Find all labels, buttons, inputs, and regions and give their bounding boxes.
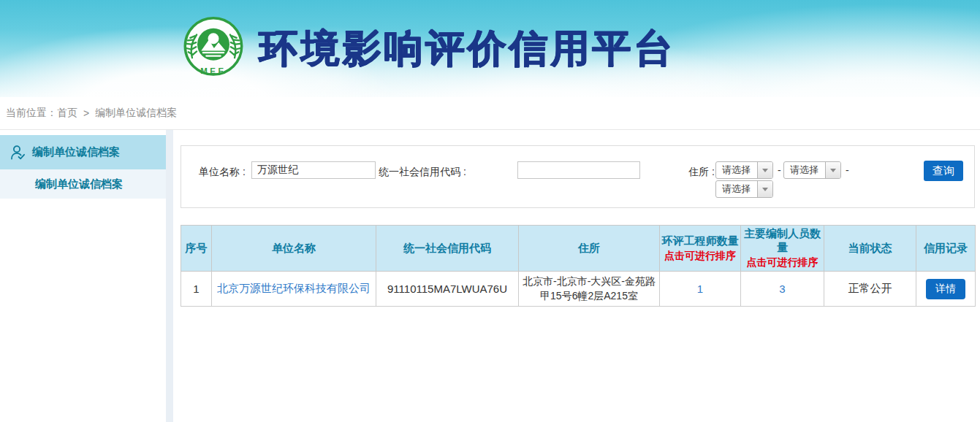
- col-header-address: 住所: [519, 226, 660, 272]
- sidebar: 编制单位诚信档案 编制单位诚信档案: [0, 130, 166, 422]
- company-name-label: 单位名称 :: [199, 166, 246, 179]
- province-select[interactable]: 请选择: [715, 161, 773, 179]
- col-header-staff-count-label: 主要编制人员数量: [742, 227, 822, 255]
- staff-count-link[interactable]: 3: [779, 283, 785, 295]
- cell-address: 北京市-北京市-大兴区-金苑路甲15号6幢2层A215室: [519, 272, 660, 307]
- breadcrumb-current: 编制单位诚信档案: [95, 107, 177, 120]
- result-table: 序号 单位名称 统一社会信用代码 住所 环评工程师数量 点击可进行排序 主要编制…: [181, 225, 976, 307]
- query-button[interactable]: 查询: [924, 161, 963, 181]
- svg-text:MEE: MEE: [200, 66, 226, 75]
- mee-logo-icon: MEE: [181, 15, 246, 81]
- province-select-value: 请选择: [716, 162, 757, 178]
- site-banner: MEE 环境影响评价信用平台: [0, 0, 980, 97]
- search-panel: 单位名称 : 统一社会信用代码 : 住所 : 请选择 - 请选择 - 请选择: [181, 145, 975, 208]
- chevron-down-icon[interactable]: [757, 162, 772, 178]
- company-name-input[interactable]: [251, 161, 376, 179]
- cell-status: 正常公开: [824, 272, 916, 307]
- city-select-value: 请选择: [784, 162, 825, 178]
- address-label: 住所 :: [688, 166, 715, 179]
- content-layout: 编制单位诚信档案 编制单位诚信档案 单位名称 : 统一社会信用代码 : 住所 :…: [0, 130, 980, 422]
- sidebar-item-unit-credit-archive[interactable]: 编制单位诚信档案: [0, 135, 166, 169]
- col-header-credit-code: 统一社会信用代码: [376, 226, 519, 272]
- district-select-value: 请选择: [716, 181, 757, 197]
- engineer-count-link[interactable]: 1: [697, 283, 703, 295]
- sidebar-item-label: 编制单位诚信档案: [32, 145, 120, 159]
- cell-index: 1: [181, 272, 212, 307]
- company-link[interactable]: 北京万源世纪环保科技有限公司: [217, 282, 371, 294]
- chevron-down-icon[interactable]: [825, 162, 840, 178]
- col-header-status: 当前状态: [824, 226, 916, 272]
- page: MEE 环境影响评价信用平台 当前位置： 首页 > 编制单位诚信档案 编制单位诚…: [0, 0, 980, 422]
- chevron-down-icon[interactable]: [757, 181, 772, 197]
- table-header-row: 序号 单位名称 统一社会信用代码 住所 环评工程师数量 点击可进行排序 主要编制…: [181, 226, 976, 272]
- breadcrumb: 当前位置： 首页 > 编制单位诚信档案: [0, 97, 980, 130]
- district-select[interactable]: 请选择: [715, 180, 773, 198]
- site-title: 环境影响评价信用平台: [259, 15, 675, 82]
- col-header-staff-count[interactable]: 主要编制人员数量 点击可进行排序: [741, 226, 824, 272]
- credit-code-input[interactable]: [517, 161, 640, 179]
- breadcrumb-label: 当前位置：: [6, 107, 57, 120]
- credit-code-label: 统一社会信用代码 :: [379, 166, 466, 179]
- sidebar-divider: [166, 130, 173, 422]
- col-header-engineer-count[interactable]: 环评工程师数量 点击可进行排序: [660, 226, 741, 272]
- address-dash-2: -: [846, 164, 849, 176]
- breadcrumb-separator: >: [83, 107, 89, 119]
- user-check-icon: [10, 145, 26, 161]
- staff-count-sort-hint[interactable]: 点击可进行排序: [742, 256, 822, 269]
- cell-credit-code: 91110115MA7LWUA76U: [376, 272, 519, 307]
- sidebar-subitem-unit-credit-archive[interactable]: 编制单位诚信档案: [0, 169, 166, 199]
- col-header-credit-record: 信用记录: [916, 226, 976, 272]
- col-header-company: 单位名称: [212, 226, 376, 272]
- main-content: 单位名称 : 统一社会信用代码 : 住所 : 请选择 - 请选择 - 请选择: [173, 130, 980, 422]
- table-row: 1 北京万源世纪环保科技有限公司 91110115MA7LWUA76U 北京市-…: [181, 272, 976, 307]
- breadcrumb-home-link[interactable]: 首页: [57, 107, 77, 120]
- engineer-count-sort-hint[interactable]: 点击可进行排序: [661, 250, 739, 263]
- city-select[interactable]: 请选择: [783, 161, 841, 179]
- detail-button[interactable]: 详情: [926, 279, 965, 299]
- address-dash-1: -: [778, 164, 781, 176]
- brand: MEE 环境影响评价信用平台: [181, 15, 675, 82]
- col-header-index: 序号: [181, 226, 212, 272]
- col-header-engineer-count-label: 环评工程师数量: [661, 234, 739, 248]
